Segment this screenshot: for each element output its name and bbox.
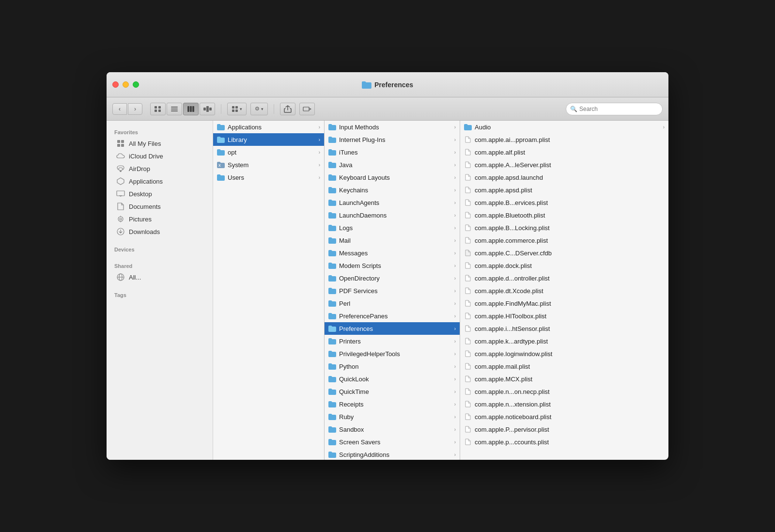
list-item[interactable]: Sandbox › xyxy=(325,423,460,436)
sidebar-item-icloud-drive[interactable]: iCloud Drive xyxy=(108,150,211,162)
folder-icon xyxy=(217,149,225,156)
list-item[interactable]: com.apple.A...leServer.plist xyxy=(460,158,668,171)
list-item[interactable]: LaunchAgents › xyxy=(325,196,460,209)
sidebar-item-desktop[interactable]: Desktop xyxy=(108,188,211,200)
list-item[interactable]: com.apple.noticeboard.plist xyxy=(460,410,668,423)
plist-file-icon xyxy=(464,325,472,332)
list-item[interactable]: com.apple.loginwindow.plist xyxy=(460,347,668,360)
list-item[interactable]: com.apple.dt.Xcode.plist xyxy=(460,284,668,297)
list-item[interactable]: com.apple.n...xtension.plist xyxy=(460,398,668,410)
list-item[interactable]: com.apple.i...htSensor.plist xyxy=(460,322,668,335)
list-item[interactable]: Java › xyxy=(325,158,460,171)
plist-file-icon xyxy=(464,438,472,445)
list-item[interactable]: PrivilegedHelperTools › xyxy=(325,347,460,360)
forward-button[interactable]: › xyxy=(128,103,142,115)
list-item[interactable]: com.apple.P...pervisor.plist xyxy=(460,423,668,436)
list-item[interactable]: com.apple.apsd.plist xyxy=(460,184,668,196)
list-item[interactable]: Receipts › xyxy=(325,398,460,410)
folder-icon xyxy=(328,451,336,458)
list-item[interactable]: com.apple.B...ervices.plist xyxy=(460,196,668,209)
sidebar-item-label: Desktop xyxy=(129,190,152,198)
share-icon xyxy=(284,105,292,113)
list-item[interactable]: QuickLook › xyxy=(325,373,460,385)
svg-rect-12 xyxy=(209,108,212,110)
plist-file-icon xyxy=(464,187,472,193)
icloud-drive-icon xyxy=(116,152,125,160)
chevron-right-icon: › xyxy=(454,376,456,382)
list-item[interactable]: Messages › xyxy=(325,247,460,259)
plist-file-icon xyxy=(464,426,472,433)
search-input[interactable] xyxy=(579,106,658,112)
list-item[interactable]: iTunes › xyxy=(325,146,460,158)
minimize-button[interactable] xyxy=(123,81,129,88)
sidebar-item-documents[interactable]: Documents xyxy=(108,200,211,213)
column-view-button[interactable] xyxy=(183,103,199,115)
list-item[interactable]: Ruby › xyxy=(325,410,460,423)
list-item[interactable]: Internet Plug-Ins › xyxy=(325,133,460,146)
action-button[interactable]: ⚙ ▾ xyxy=(250,103,268,115)
list-item[interactable]: opt › xyxy=(213,146,324,158)
item-name: PDF Services xyxy=(339,287,451,295)
item-name: com.apple.mail.plist xyxy=(475,363,665,370)
sidebar-item-airdrop[interactable]: AirDrop xyxy=(108,162,211,175)
arrange-button[interactable]: ▾ xyxy=(227,103,247,115)
list-item[interactable]: com.apple.mail.plist xyxy=(460,360,668,373)
share-button[interactable] xyxy=(280,103,295,115)
list-item[interactable]: Mail › xyxy=(325,234,460,247)
sidebar-item-all-my-files[interactable]: All My Files xyxy=(108,137,211,150)
folder-icon xyxy=(464,124,472,130)
search-box[interactable]: 🔍 xyxy=(566,103,663,115)
sidebar-item-label: Applications xyxy=(129,178,163,185)
item-name: com.apple.C...DServer.cfdb xyxy=(475,250,665,257)
list-item[interactable]: Keyboard Layouts › xyxy=(325,171,460,184)
cover-flow-button[interactable] xyxy=(200,103,215,115)
sidebar-item-downloads[interactable]: Downloads xyxy=(108,225,211,238)
list-item[interactable]: X System › xyxy=(213,158,324,171)
list-view-button[interactable] xyxy=(167,103,182,115)
icon-view-button[interactable] xyxy=(150,103,166,115)
list-item[interactable]: Users › xyxy=(213,171,324,184)
list-item[interactable]: com.apple.Bluetooth.plist xyxy=(460,209,668,221)
list-item[interactable]: Preferences › xyxy=(325,322,460,335)
sidebar-item-all-shared[interactable]: All... xyxy=(108,271,211,283)
list-item[interactable]: Logs › xyxy=(325,221,460,234)
list-item[interactable]: Library › xyxy=(213,133,324,146)
list-item[interactable]: com.apple.C...DServer.cfdb xyxy=(460,247,668,259)
list-item[interactable]: Perl › xyxy=(325,297,460,310)
list-item[interactable]: com.apple.ai...pproam.plist xyxy=(460,133,668,146)
list-item[interactable]: com.apple.FindMyMac.plist xyxy=(460,297,668,310)
list-item[interactable]: LaunchDaemons › xyxy=(325,209,460,221)
list-item[interactable]: Input Methods › xyxy=(325,121,460,133)
list-item[interactable]: com.apple.k...ardtype.plist xyxy=(460,335,668,347)
list-item[interactable]: QuickTime › xyxy=(325,385,460,398)
list-item[interactable]: Python › xyxy=(325,360,460,373)
item-name: com.apple.n...xtension.plist xyxy=(475,401,665,408)
list-item[interactable]: PDF Services › xyxy=(325,284,460,297)
list-item[interactable]: Audio › xyxy=(460,121,668,133)
list-item[interactable]: com.apple.d...ontroller.plist xyxy=(460,272,668,284)
list-item[interactable]: ScriptingAdditions › xyxy=(325,448,460,460)
sidebar-item-applications[interactable]: Applications xyxy=(108,175,211,188)
list-item[interactable]: OpenDirectory › xyxy=(325,272,460,284)
list-item[interactable]: com.apple.commerce.plist xyxy=(460,234,668,247)
list-item[interactable]: Modem Scripts › xyxy=(325,259,460,272)
list-item[interactable]: Keychains › xyxy=(325,184,460,196)
list-item[interactable]: Applications › xyxy=(213,121,324,133)
close-button[interactable] xyxy=(112,81,119,88)
sidebar-item-pictures[interactable]: Pictures xyxy=(108,213,211,225)
tag-button[interactable] xyxy=(299,103,315,115)
list-item[interactable]: com.apple.HIToolbox.plist xyxy=(460,310,668,322)
list-item[interactable]: com.apple.apsd.launchd xyxy=(460,171,668,184)
list-item[interactable]: com.apple.n...on.necp.plist xyxy=(460,385,668,398)
list-item[interactable]: com.apple.alf.plist xyxy=(460,146,668,158)
list-item[interactable]: Printers › xyxy=(325,335,460,347)
list-item[interactable]: com.apple.MCX.plist xyxy=(460,373,668,385)
list-item[interactable]: Screen Savers › xyxy=(325,436,460,448)
list-item[interactable]: com.apple.dock.plist xyxy=(460,259,668,272)
list-item[interactable]: com.apple.B...Locking.plist xyxy=(460,221,668,234)
list-item[interactable]: PreferencePanes › xyxy=(325,310,460,322)
forward-icon: › xyxy=(134,106,136,112)
maximize-button[interactable] xyxy=(133,81,139,88)
list-item[interactable]: com.apple.p...ccounts.plist xyxy=(460,436,668,448)
back-button[interactable]: ‹ xyxy=(112,103,127,115)
